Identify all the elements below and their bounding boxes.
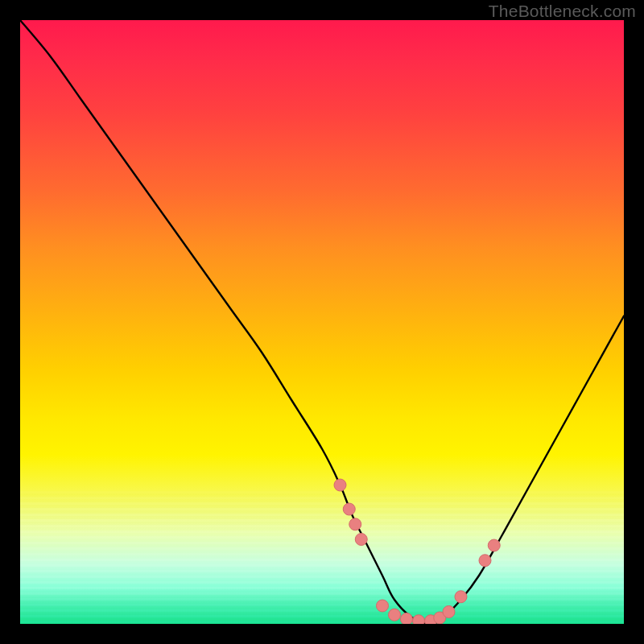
marker-group [334, 479, 500, 624]
marker-dot [343, 503, 355, 515]
marker-dot [377, 600, 389, 612]
marker-dot [334, 479, 346, 491]
marker-dot [488, 539, 500, 551]
marker-dot [479, 555, 491, 567]
marker-dot [401, 613, 413, 625]
plot-area [20, 20, 624, 624]
marker-dot [355, 534, 367, 546]
marker-dot [389, 609, 401, 621]
curve-layer [20, 20, 624, 624]
marker-dot [455, 591, 467, 603]
marker-dot [443, 606, 455, 618]
marker-dot [349, 518, 361, 530]
watermark-text: TheBottleneck.com [489, 2, 636, 21]
bottleneck-curve [20, 20, 624, 624]
chart-frame: TheBottleneck.com [0, 0, 644, 644]
marker-dot [413, 615, 425, 624]
